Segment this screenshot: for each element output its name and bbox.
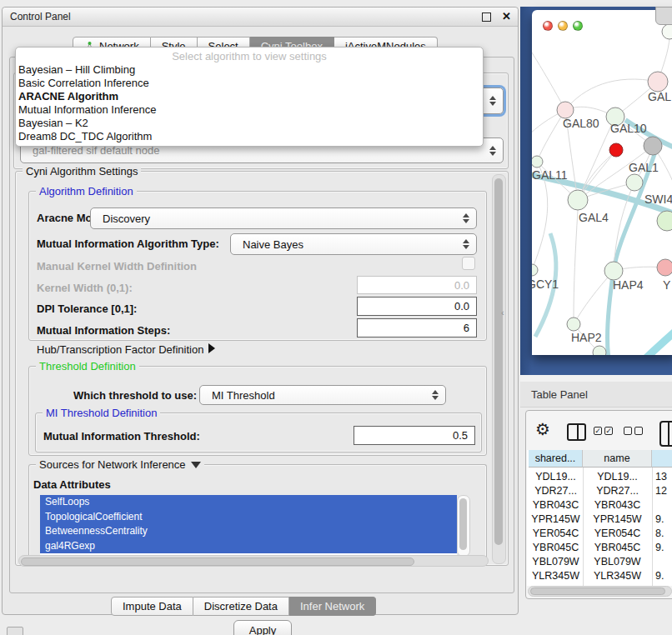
network-node-hap2[interactable] bbox=[567, 318, 580, 331]
table-panel-titlebar: Table Panel bbox=[520, 382, 672, 408]
network-node-gal11[interactable] bbox=[532, 156, 543, 168]
attribute-item-selfloops[interactable]: SelfLoops bbox=[40, 495, 457, 510]
algorithm-dropdown-popup: Select algorithm to view settingsBayesia… bbox=[15, 47, 484, 147]
manual-kernel-checkbox[interactable] bbox=[462, 257, 475, 270]
dropdown-item-bayesian-hill-climbing[interactable]: Bayesian – Hill Climbing bbox=[16, 63, 483, 77]
tab-label: Impute Data bbox=[123, 600, 182, 612]
dropdown-item-dream8-dc-tdc-algorithm[interactable]: Dream8 DC_TDC Algorithm bbox=[16, 130, 483, 143]
network-node-label: SWI4 bbox=[644, 192, 672, 206]
table-panel-title: Table Panel bbox=[520, 388, 588, 401]
network-node[interactable] bbox=[593, 346, 606, 355]
network-window[interactable]: GALGAL80GAL10GAL11GAL1GAL4SWI4GCY1HAP4YH… bbox=[532, 10, 672, 355]
float-window-icon[interactable] bbox=[482, 12, 491, 22]
network-node[interactable] bbox=[662, 24, 672, 39]
node-table[interactable]: shared...nameAYDL19...YDL19...13YDR27...… bbox=[527, 450, 672, 586]
attribute-item-gal4rgexp[interactable]: gal4RGexp bbox=[40, 539, 457, 554]
which-threshold-value: MI Threshold bbox=[212, 389, 275, 402]
dropdown-item-mutual-information-inference[interactable]: Mutual Information Inference bbox=[16, 103, 483, 117]
network-edge[interactable] bbox=[565, 79, 658, 110]
hub-definition-toggle[interactable]: Hub/Transcription Factor Definition bbox=[37, 343, 215, 356]
columns-icon[interactable] bbox=[567, 423, 586, 441]
mi-threshold-label: Mutual Information Threshold: bbox=[43, 430, 200, 442]
dpi-tolerance-label: DPI Tolerance [0,1]: bbox=[37, 302, 137, 315]
network-node-label: GAL80 bbox=[563, 117, 599, 130]
network-node-gal4[interactable] bbox=[568, 190, 588, 210]
network-node-gal80[interactable] bbox=[557, 102, 574, 118]
table-header-name[interactable]: name bbox=[583, 450, 652, 468]
tab-infer-network[interactable]: Infer Network bbox=[289, 597, 376, 616]
which-threshold-combo[interactable]: MI Threshold bbox=[199, 385, 446, 405]
network-node[interactable] bbox=[609, 143, 623, 157]
network-edge[interactable] bbox=[635, 328, 672, 355]
mac-zoom-button[interactable] bbox=[573, 21, 583, 31]
tab-label: Discretize Data bbox=[204, 600, 278, 612]
table-header-a[interactable]: A bbox=[652, 450, 672, 468]
network-edge[interactable] bbox=[532, 28, 565, 110]
table-header-shared[interactable]: shared... bbox=[529, 450, 583, 468]
table-row[interactable]: YBL079WYBL079W bbox=[527, 554, 672, 568]
tab-label: Infer Network bbox=[300, 600, 364, 612]
table-cell: YBR045C bbox=[529, 540, 583, 554]
table-horizontal-scrollbar[interactable] bbox=[528, 586, 672, 597]
close-icon[interactable]: ✕ bbox=[502, 10, 511, 22]
network-node-hap4[interactable] bbox=[604, 262, 623, 280]
table-row[interactable]: YBR045CYBR045C9. bbox=[527, 540, 672, 554]
dropdown-item-bayesian-k2[interactable]: Bayesian – K2 bbox=[16, 117, 483, 130]
apply-button[interactable]: Apply bbox=[233, 620, 292, 635]
tab-discretize-data[interactable]: Discretize Data bbox=[193, 597, 289, 616]
bottom-tab-bar: Impute DataDiscretize DataInfer Network bbox=[111, 597, 376, 616]
network-node-y[interactable] bbox=[657, 259, 672, 276]
attributes-scrollbar[interactable] bbox=[457, 495, 470, 557]
table-cell: YDR27... bbox=[529, 483, 583, 498]
deselect-all-checkboxes-icon[interactable] bbox=[624, 427, 643, 435]
panel-divider-grip[interactable]: ‹ bbox=[501, 308, 504, 318]
table-cell: 9. bbox=[652, 540, 672, 554]
network-node-swi4[interactable] bbox=[657, 211, 672, 231]
settings-vertical-scrollbar[interactable] bbox=[492, 174, 506, 564]
dock-panel-chip[interactable] bbox=[7, 627, 23, 635]
dpi-tolerance-field[interactable]: 0.0 bbox=[357, 297, 477, 316]
network-node-gcy1[interactable] bbox=[532, 264, 538, 276]
dropdown-item-aracne-algorithm[interactable]: ARACNE Algorithm bbox=[16, 90, 483, 103]
dpi-tolerance-value: 0.0 bbox=[454, 300, 469, 312]
table-cell: YDL19... bbox=[529, 469, 583, 483]
network-canvas[interactable]: GALGAL80GAL10GAL11GAL1GAL4SWI4GCY1HAP4YH… bbox=[532, 10, 672, 355]
dropdown-placeholder: Select algorithm to view settings bbox=[16, 49, 483, 63]
table-cell: YDL19... bbox=[583, 469, 652, 483]
attribute-item-topologicalcoefficient[interactable]: TopologicalCoefficient bbox=[40, 510, 457, 525]
select-all-checkboxes-icon[interactable]: ✓✓ bbox=[594, 427, 613, 435]
hub-definition-label: Hub/Transcription Factor Definition bbox=[37, 343, 203, 356]
kernel-width-value: 0.0 bbox=[454, 279, 469, 292]
tab-impute-data[interactable]: Impute Data bbox=[111, 597, 193, 616]
dropdown-item-basic-correlation-inference[interactable]: Basic Correlation Inference bbox=[16, 77, 483, 90]
aracne-mode-combo[interactable]: Discovery bbox=[90, 208, 477, 229]
table-mode-icon[interactable] bbox=[659, 421, 672, 447]
attribute-item-betweennesscentrality[interactable]: BetweennessCentrality bbox=[40, 524, 457, 539]
gear-icon[interactable]: ⚙ bbox=[535, 419, 550, 439]
table-cell bbox=[652, 554, 672, 568]
table-row[interactable]: YLR345WYLR345W9. bbox=[527, 568, 672, 582]
network-node-gal1[interactable] bbox=[626, 174, 643, 191]
network-edge[interactable] bbox=[574, 210, 578, 318]
network-node-gal[interactable] bbox=[648, 72, 668, 92]
kernel-width-field[interactable]: 0.0 bbox=[357, 276, 477, 294]
algorithm-definition-title: Algorithm Definition bbox=[36, 185, 137, 198]
mi-threshold-field[interactable]: 0.5 bbox=[354, 426, 475, 445]
table-row[interactable]: YDR27...YDR27...12 bbox=[527, 483, 672, 498]
table-cell: 9. bbox=[652, 512, 672, 526]
table-row[interactable]: YDL19...YDL19...13 bbox=[527, 469, 672, 483]
settings-horizontal-scrollbar[interactable] bbox=[18, 555, 489, 567]
mi-algorithm-type-combo[interactable]: Naive Bayes bbox=[230, 233, 477, 255]
network-node-label: GCY1 bbox=[532, 278, 559, 291]
table-row[interactable]: YBR043CYBR043C bbox=[527, 498, 672, 512]
network-node[interactable] bbox=[644, 137, 662, 155]
mi-steps-field[interactable]: 6 bbox=[357, 318, 477, 338]
mac-minimize-button[interactable] bbox=[558, 21, 568, 31]
mac-close-button[interactable] bbox=[543, 21, 553, 31]
combo-spinner-icon bbox=[489, 96, 496, 106]
table-cell: YBR043C bbox=[529, 498, 583, 512]
table-row[interactable]: YER054CYER054C8. bbox=[527, 526, 672, 540]
table-row[interactable]: YPR145WYPR145W9. bbox=[527, 512, 672, 526]
screen: Control Panel ✕ NetworkStyleSelectCyni T… bbox=[0, 0, 672, 635]
network-node-label: GAL10 bbox=[610, 122, 647, 135]
